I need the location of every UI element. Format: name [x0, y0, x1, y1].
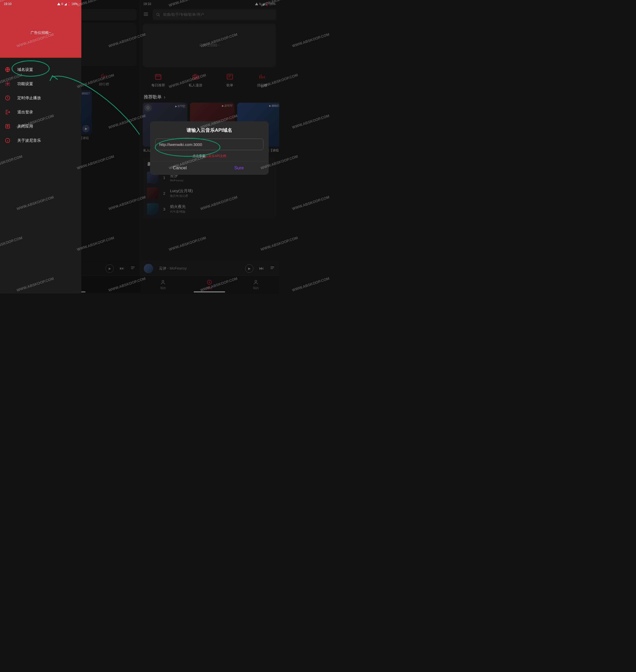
help-link[interactable]: 云音乐API文档 — [205, 154, 226, 158]
phone-left: 歌单 排行榜 27777 ▶ op 88927 ▶ 无人合唱的时候写首歌【请唱 — [0, 0, 140, 293]
phone-right: 19:10 R ◢ 16% 歌曲/歌手/专辑/歌单/用户 广告位招租~ 每日推荐 — [140, 0, 279, 293]
status-right: R ◢ 16% — [57, 2, 78, 6]
status-time: 19:10 — [4, 2, 12, 6]
drawer-banner-text: 广告位招租~ — [31, 31, 51, 35]
signal-label: R — [61, 3, 63, 5]
drawer-ad-banner[interactable]: 广告位招租~ — [0, 8, 81, 58]
sure-button[interactable]: Sure — [210, 161, 269, 175]
dialog-title: 请输入云音乐API域名 — [155, 127, 263, 133]
gear-icon — [5, 81, 11, 87]
annotation-arrow — [26, 68, 140, 149]
status-bar: 19:10 R ◢ 16% — [0, 0, 81, 8]
annotation-circle — [155, 138, 220, 157]
globe-icon — [5, 67, 11, 73]
battery-icon — [68, 2, 70, 6]
signal-bars-icon: ◢ — [64, 2, 67, 6]
wifi-icon — [57, 3, 60, 5]
svg-rect-2 — [68, 2, 69, 3]
svg-point-5 — [7, 83, 8, 84]
clock-icon — [5, 95, 11, 101]
info-icon — [5, 137, 11, 143]
battery-pct: 16% — [72, 2, 78, 6]
dialog-actions: Cancel Sure — [150, 161, 269, 175]
close-box-icon — [5, 123, 11, 129]
svg-rect-3 — [68, 5, 69, 5]
exit-icon — [5, 109, 11, 115]
cancel-button[interactable]: Cancel — [150, 161, 210, 175]
